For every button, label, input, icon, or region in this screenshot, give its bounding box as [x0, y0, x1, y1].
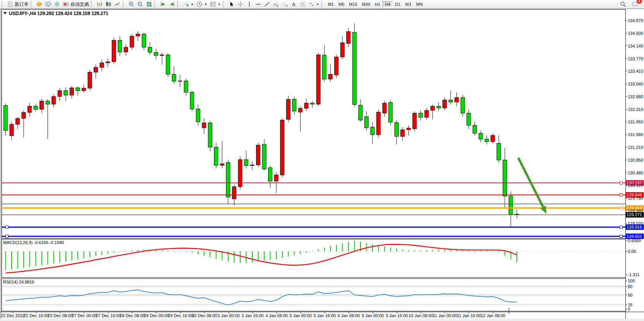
candle: [82, 88, 86, 90]
line-handle[interactable]: [620, 207, 623, 209]
macd-label: MACD(12,26,9) -0.6166 -0.1940: [3, 240, 64, 245]
candle: [10, 124, 14, 136]
line-handle[interactable]: [620, 193, 623, 196]
candle: [335, 57, 338, 75]
time-axis-label: 11 Jan 00:00: [433, 313, 457, 318]
auto-trading-button-label: 自动交易: [70, 1, 89, 8]
candle: [298, 108, 302, 112]
crosshair-button[interactable]: [236, 0, 245, 9]
candlestick-chart-button[interactable]: [104, 0, 113, 9]
timeframe-mn[interactable]: MN: [414, 1, 425, 7]
price-badge-label: 129.271: [627, 212, 642, 217]
zoom-in-button[interactable]: [127, 0, 136, 9]
line-handle[interactable]: [620, 181, 623, 184]
price-axis-label: 133.770: [628, 56, 643, 61]
signals-button[interactable]: [53, 0, 61, 9]
candle: [130, 36, 134, 47]
line-chart-button[interactable]: [113, 0, 122, 9]
candle: [196, 109, 200, 122]
market-watch-button[interactable]: [35, 0, 44, 9]
macd-pane[interactable]: [2, 239, 625, 277]
chart-shift-button[interactable]: [167, 0, 176, 9]
candle: [449, 100, 453, 102]
time-axis-label: 10 Jan 08:00: [408, 313, 433, 318]
candle: [455, 97, 459, 102]
notifications-button[interactable]: 1: [630, 0, 639, 9]
timeframe-d1[interactable]: D1: [393, 1, 403, 7]
chevron-down-icon[interactable]: ▼: [191, 3, 194, 6]
crosshair-icon: [237, 1, 244, 7]
horizontal-line-button[interactable]: [254, 0, 263, 9]
elliott-wave-button[interactable]: E: [272, 0, 280, 9]
line-handle[interactable]: [620, 226, 623, 229]
line-handle[interactable]: [6, 226, 9, 229]
rsi-pane[interactable]: [2, 278, 625, 311]
time-axis-label: 27 Dec 16:00: [96, 313, 121, 318]
time-axis-label: 6 Jan 08:00: [338, 313, 360, 318]
templates-button[interactable]: ▼: [208, 0, 222, 9]
candle: [485, 139, 489, 142]
price-axis-label: 131.950: [628, 120, 643, 124]
candle: [268, 167, 272, 181]
tile-windows-button[interactable]: [145, 0, 154, 9]
new-order-button[interactable]: 新订单: [6, 0, 30, 9]
timeframe-h1[interactable]: H1: [372, 1, 383, 7]
notification-badge: 1: [637, 0, 642, 4]
bar-chart-button[interactable]: [95, 0, 104, 9]
search-button[interactable]: [618, 0, 627, 9]
price-badge-label: 128.652: [627, 234, 642, 239]
candle: [479, 133, 483, 139]
cursor-icon: [228, 1, 235, 7]
candle: [286, 99, 290, 120]
auto-trading-button[interactable]: 自动交易: [61, 0, 90, 9]
toolb-right-icons: 1: [618, 0, 639, 9]
vertical-line-button[interactable]: [245, 0, 254, 9]
time-axis-label: 5 Jan 00:00: [290, 313, 312, 318]
candle: [407, 128, 410, 130]
timeframe-h4[interactable]: H4: [383, 1, 393, 7]
timeframe-w1[interactable]: W1: [403, 1, 414, 7]
timeframe-m15[interactable]: M15: [347, 1, 359, 7]
timeframe-m1[interactable]: M1: [326, 1, 336, 7]
candle: [220, 164, 224, 166]
macd-axis-label: 0.00: [628, 249, 636, 254]
candle: [491, 135, 495, 142]
fibonacci-button[interactable]: F: [280, 0, 289, 9]
time-axis-label: 23 Dec 08:00: [48, 313, 73, 318]
indicators-button[interactable]: ▼: [181, 0, 195, 9]
candle: [94, 67, 98, 72]
candle: [328, 74, 332, 79]
candle: [419, 113, 422, 118]
timeframe-m30[interactable]: M30: [360, 1, 372, 7]
chevron-down-icon[interactable]: ▼: [316, 3, 319, 6]
text-button[interactable]: A: [289, 0, 298, 9]
periods-button[interactable]: ▼: [195, 0, 208, 9]
candle: [323, 55, 326, 79]
zoom-out-button[interactable]: [136, 0, 145, 9]
chevron-down-icon[interactable]: ▼: [218, 3, 221, 6]
terminal-button[interactable]: [44, 0, 53, 9]
time-axis-label: 9 Jan 00:00: [362, 313, 384, 318]
line-handle[interactable]: [6, 235, 9, 238]
line-handle[interactable]: [620, 235, 623, 238]
auto-scroll-button[interactable]: [159, 0, 167, 9]
chart-canvas: 130.192129.846129.468129.271128.916128.6…: [0, 0, 644, 321]
time-axis-label: 5 Jan 16:00: [314, 313, 336, 318]
text-label-button[interactable]: T: [298, 0, 307, 9]
timeframe-m5[interactable]: M5: [336, 1, 347, 7]
trendline-button[interactable]: [263, 0, 272, 9]
chevron-down-icon[interactable]: ▼: [204, 3, 207, 6]
cursor-button[interactable]: [227, 0, 236, 9]
candle: [58, 90, 61, 96]
toolbar-separator: [321, 1, 324, 7]
signal-icon: [54, 1, 60, 7]
time-axis-label: 12 Jan 08:00: [481, 313, 506, 318]
candle: [431, 106, 435, 111]
rsi-axis-label: 100: [628, 278, 635, 283]
price-axis-label: 130.120: [628, 183, 643, 188]
arrows-button[interactable]: ▼: [307, 0, 321, 9]
time-axis-label: 9 Jan 16:00: [386, 313, 408, 318]
candle: [208, 123, 212, 147]
autoscroll-icon: [160, 1, 166, 7]
toolbar-separator: [223, 1, 225, 7]
